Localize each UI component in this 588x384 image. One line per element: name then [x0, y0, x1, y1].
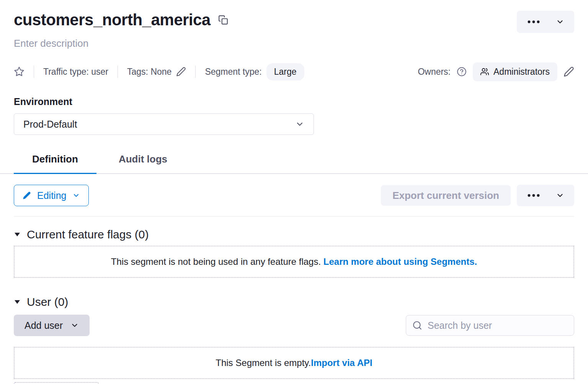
divider — [14, 216, 574, 217]
feature-flags-empty-text: This segment is not being used in any fe… — [111, 256, 323, 267]
caret-down-icon — [14, 232, 21, 237]
traffic-type-label: Traffic type: user — [43, 67, 108, 77]
user-section-title: User (0) — [27, 295, 68, 309]
user-search-input[interactable] — [427, 320, 568, 331]
search-icon — [412, 320, 422, 330]
copy-icon — [218, 15, 228, 25]
tab-definition[interactable]: Definition — [14, 147, 96, 174]
divider — [34, 66, 34, 78]
more-options-button[interactable] — [519, 11, 548, 33]
owners-label: Owners: — [418, 67, 451, 77]
more-options-icon — [527, 194, 541, 197]
feature-flags-empty-state: This segment is not being used in any fe… — [14, 246, 574, 278]
favorite-button[interactable] — [14, 66, 24, 77]
copy-name-button[interactable] — [218, 15, 228, 25]
segment-type-label: Segment type: — [205, 67, 261, 77]
edit-owners-button[interactable] — [564, 66, 574, 77]
user-empty-text: This Segment is empty. — [216, 358, 311, 368]
owners-pill[interactable]: Administrators — [473, 62, 557, 81]
header-actions-button[interactable] — [517, 11, 574, 33]
metadata-row: Traffic type: user Tags: None Segment ty… — [14, 63, 574, 80]
tab-audit-logs[interactable]: Audit logs — [100, 147, 186, 174]
import-via-api-link[interactable]: Import via API — [311, 358, 372, 368]
star-icon — [14, 66, 24, 77]
editing-label: Editing — [37, 190, 66, 201]
pencil-icon — [176, 67, 186, 77]
segment-type-badge: Large — [266, 63, 304, 80]
edit-tags-button[interactable] — [176, 67, 186, 77]
definition-toolbar: Editing Export current version — [14, 185, 574, 206]
user-toolbar: Add user — [14, 315, 574, 336]
feature-flags-section-title: Current feature flags (0) — [27, 228, 149, 241]
divider — [118, 66, 118, 78]
more-options-icon — [527, 20, 541, 24]
editing-mode-button[interactable]: Editing — [14, 185, 89, 206]
user-section-toggle[interactable]: User (0) — [14, 295, 574, 309]
more-options-button[interactable] — [519, 185, 548, 206]
chevron-down-icon — [72, 192, 80, 199]
pencil-icon — [23, 191, 31, 200]
add-user-label: Add user — [24, 320, 63, 331]
chevron-down-icon — [556, 18, 564, 26]
caret-down-icon — [14, 299, 21, 305]
tags-label: Tags: None — [127, 67, 172, 77]
chevron-down-icon — [556, 191, 564, 200]
help-circle-icon[interactable] — [457, 67, 467, 77]
export-current-version-button[interactable]: Export current version — [381, 185, 511, 206]
learn-more-segments-link[interactable]: Learn more about using Segments. — [323, 256, 477, 267]
page-title: customers_north_america — [14, 11, 211, 29]
environment-label: Environment — [14, 96, 574, 107]
definition-actions-button[interactable] — [517, 185, 574, 206]
chevron-down-icon — [70, 321, 79, 330]
pencil-icon — [564, 66, 574, 77]
environment-select[interactable]: Prod-Default — [14, 113, 314, 135]
user-empty-state: This Segment is empty.Import via API — [14, 347, 574, 379]
user-search-box — [406, 315, 574, 336]
environment-selected-value: Prod-Default — [23, 119, 77, 130]
tabs-bar: Definition Audit logs — [0, 147, 588, 174]
header-actions-dropdown-button[interactable] — [548, 11, 572, 33]
chevron-down-icon — [295, 120, 304, 129]
page-header: customers_north_america Enter descriptio… — [0, 0, 588, 135]
definition-actions-dropdown-button[interactable] — [548, 185, 572, 206]
partial-dotted-element — [14, 382, 99, 384]
users-icon — [480, 67, 489, 76]
owners-value: Administrators — [493, 67, 550, 77]
divider — [195, 66, 196, 78]
description-placeholder[interactable]: Enter description — [14, 38, 574, 49]
feature-flags-section-toggle[interactable]: Current feature flags (0) — [14, 228, 574, 241]
add-user-button[interactable]: Add user — [14, 315, 90, 336]
